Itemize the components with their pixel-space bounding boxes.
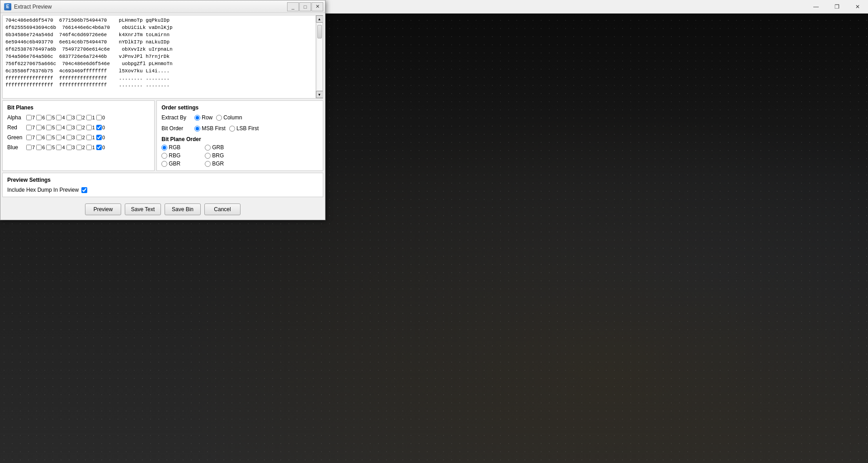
red-bit-7-checkbox[interactable]	[26, 125, 32, 130]
bpo-rbg-input[interactable]	[161, 153, 167, 159]
green-bit-2-label[interactable]: 2	[82, 135, 85, 140]
red-bit-0-checkbox[interactable]	[96, 125, 102, 130]
bpo-grb-label[interactable]: GRB	[212, 144, 224, 151]
cancel-button[interactable]: Cancel	[204, 203, 241, 215]
green-bit-0-checkbox[interactable]	[96, 135, 102, 140]
include-hex-dump-checkbox[interactable]	[81, 187, 87, 193]
alpha-bit-7-checkbox[interactable]	[26, 115, 32, 120]
bit-order-lsb-label[interactable]: LSB First	[236, 125, 259, 132]
alpha-bit-7-label[interactable]: 7	[32, 115, 35, 120]
bit-order-msb-input[interactable]	[194, 126, 200, 132]
alpha-bit-4-label[interactable]: 4	[62, 115, 65, 120]
alpha-bit-4-checkbox[interactable]	[56, 115, 61, 120]
blue-bit-0-label[interactable]: 0	[102, 145, 105, 150]
alpha-bit-5-label[interactable]: 5	[52, 115, 55, 120]
alpha-bit-6-checkbox[interactable]	[36, 115, 42, 120]
dialog-minimize-button[interactable]: _	[287, 2, 299, 11]
preview-scrollbar[interactable]: ▲ ▼	[316, 15, 323, 98]
blue-bit-4-checkbox[interactable]	[56, 145, 61, 150]
bpo-rgb-input[interactable]	[161, 145, 167, 151]
red-bit-2-label[interactable]: 2	[82, 125, 85, 130]
dialog-restore-button[interactable]: □	[299, 2, 311, 11]
alpha-bit-3-checkbox[interactable]	[66, 115, 72, 120]
preview-button[interactable]: Preview	[85, 203, 121, 215]
green-bit-2-checkbox[interactable]	[76, 135, 82, 140]
blue-bit-1-checkbox[interactable]	[86, 145, 92, 150]
blue-bit-1-label[interactable]: 1	[92, 145, 95, 150]
green-bit-5-checkbox[interactable]	[46, 135, 52, 140]
red-bit-0-label[interactable]: 0	[102, 125, 105, 130]
green-bit-0-label[interactable]: 0	[102, 135, 105, 140]
blue-bit-7-checkbox[interactable]	[26, 145, 32, 150]
blue-bit-3-checkbox[interactable]	[66, 145, 72, 150]
green-bit-4-label[interactable]: 4	[62, 135, 65, 140]
save-text-button[interactable]: Save Text	[125, 203, 161, 215]
green-bit-4-checkbox[interactable]	[56, 135, 61, 140]
red-bit-7-label[interactable]: 7	[32, 125, 35, 130]
red-bit-6-label[interactable]: 6	[42, 125, 45, 130]
extract-by-column-label[interactable]: Column	[223, 114, 242, 121]
green-bit-1-checkbox[interactable]	[86, 135, 92, 140]
red-bit-5-checkbox[interactable]	[46, 125, 52, 130]
bg-minimize-button[interactable]: —	[806, 0, 826, 14]
save-bin-button[interactable]: Save Bin	[165, 203, 201, 215]
bpo-gbr-label[interactable]: GBR	[169, 161, 180, 167]
alpha-bit-5-checkbox[interactable]	[46, 115, 52, 120]
alpha-bit-2-checkbox[interactable]	[76, 115, 82, 120]
blue-bit-0-checkbox[interactable]	[96, 145, 102, 150]
green-bit-5-label[interactable]: 5	[52, 135, 55, 140]
extract-by-row-label[interactable]: Row	[202, 114, 212, 121]
green-bit-7-checkbox[interactable]	[26, 135, 32, 140]
blue-bit-7-label[interactable]: 7	[32, 145, 35, 150]
bpo-rbg-label[interactable]: RBG	[169, 152, 180, 159]
red-bit-6-checkbox[interactable]	[36, 125, 42, 130]
red-bit-3-checkbox[interactable]	[66, 125, 72, 130]
red-bit-4-label[interactable]: 4	[62, 125, 65, 130]
blue-bit-4-label[interactable]: 4	[62, 145, 65, 150]
dialog-close-button[interactable]: ✕	[311, 2, 323, 11]
bpo-bgr-input[interactable]	[205, 161, 211, 167]
red-bit-2-checkbox[interactable]	[76, 125, 82, 130]
bpo-brg-label[interactable]: BRG	[212, 152, 224, 159]
blue-bit-2-checkbox[interactable]	[76, 145, 82, 150]
alpha-bit-2-label[interactable]: 2	[82, 115, 85, 120]
scrollbar-thumb[interactable]	[317, 25, 322, 38]
bpo-grb-input[interactable]	[205, 145, 211, 151]
alpha-bit-6-label[interactable]: 6	[42, 115, 45, 120]
blue-bit-2-label[interactable]: 2	[82, 145, 85, 150]
green-bit-1-label[interactable]: 1	[92, 135, 95, 140]
bpo-bgr-label[interactable]: BGR	[212, 161, 224, 167]
bit-order-msb-label[interactable]: MSB First	[202, 125, 226, 132]
green-bit-3-label[interactable]: 3	[72, 135, 75, 140]
red-bit-1-label[interactable]: 1	[92, 125, 95, 130]
red-bit-5-label[interactable]: 5	[52, 125, 55, 130]
alpha-bit-1-checkbox[interactable]	[86, 115, 92, 120]
scrollbar-up-button[interactable]: ▲	[316, 15, 323, 23]
blue-bit-6-label[interactable]: 6	[42, 145, 45, 150]
green-bit-7-label[interactable]: 7	[32, 135, 35, 140]
green-bit-6-checkbox[interactable]	[36, 135, 42, 140]
blue-bit-6-checkbox[interactable]	[36, 145, 42, 150]
red-bit-3-label[interactable]: 3	[72, 125, 75, 130]
blue-bit-5-label[interactable]: 5	[52, 145, 55, 150]
scrollbar-down-button[interactable]: ▼	[316, 91, 323, 98]
alpha-bit-3-label[interactable]: 3	[72, 115, 75, 120]
alpha-bit-1-label[interactable]: 1	[92, 115, 95, 120]
bg-restore-button[interactable]: ❐	[826, 0, 847, 14]
extract-by-column-radio-input[interactable]	[216, 115, 222, 121]
bpo-brg-input[interactable]	[205, 153, 211, 159]
blue-bit-3-label[interactable]: 3	[72, 145, 75, 150]
bg-close-button[interactable]: ✕	[847, 0, 868, 14]
green-bit-3-checkbox[interactable]	[66, 135, 72, 140]
alpha-bit-0-checkbox[interactable]	[96, 115, 102, 120]
green-bit-6-label[interactable]: 6	[42, 135, 45, 140]
bpo-gbr-input[interactable]	[161, 161, 167, 167]
red-bit-4-checkbox[interactable]	[56, 125, 61, 130]
blue-bit-5-checkbox[interactable]	[46, 145, 52, 150]
scrollbar-track[interactable]	[316, 23, 323, 91]
bpo-rgb-label[interactable]: RGB	[169, 144, 180, 151]
alpha-bit-0-label[interactable]: 0	[102, 115, 105, 120]
red-bit-1-checkbox[interactable]	[86, 125, 92, 130]
extract-by-row-radio-input[interactable]	[194, 115, 200, 121]
bit-order-lsb-input[interactable]	[229, 126, 235, 132]
